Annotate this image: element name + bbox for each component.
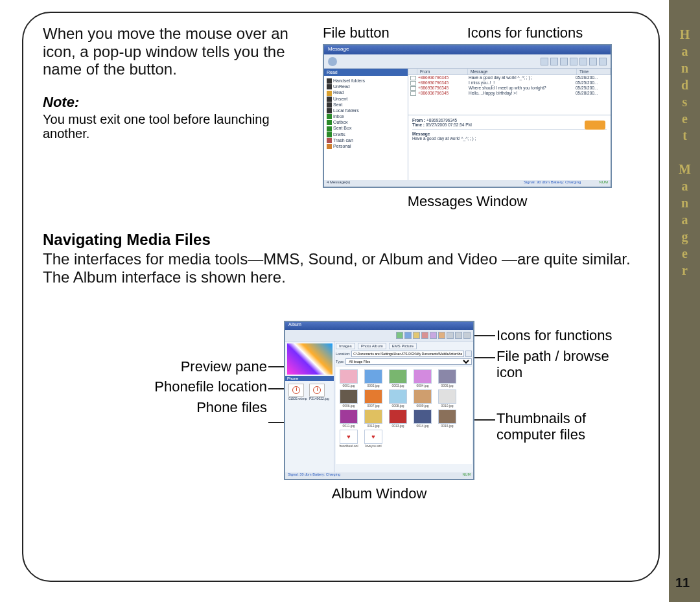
function-icon[interactable] — [550, 58, 558, 65]
callout-file-button: File button — [323, 25, 390, 41]
tab-photo-album[interactable]: Photo Album — [358, 343, 386, 349]
thumbnail[interactable]: ♥loveyou.ani — [363, 430, 384, 448]
page-number: 11 — [669, 575, 696, 590]
tree-item[interactable]: Drafts — [327, 132, 405, 137]
file-button-icon[interactable] — [328, 57, 337, 66]
function-icon[interactable] — [541, 58, 548, 65]
messages-caption: Messages Window — [323, 193, 612, 210]
callout-phone-files: Phone files — [118, 399, 267, 415]
message-preview: From : +886936796345 Time : 05/27/2005 0… — [408, 115, 611, 180]
function-icon[interactable] — [463, 332, 471, 339]
tree-item[interactable]: Unsent — [327, 96, 405, 102]
callout-icons-functions: Icons for functions — [467, 25, 583, 41]
tree-item[interactable]: Personal — [327, 143, 405, 149]
callout-preview-pane: Preview pane — [118, 358, 267, 375]
function-icon[interactable] — [413, 332, 420, 339]
function-icon[interactable] — [438, 332, 445, 339]
type-label: Type: — [336, 360, 344, 364]
thumbnail[interactable]: 0005.jpg — [437, 369, 458, 388]
thumbnail[interactable]: ♥heartbeat.ani — [338, 430, 359, 448]
message-row[interactable]: +886936796345Hello....Happy birthday! >!… — [408, 91, 611, 96]
side-band: Handset Manager — [669, 0, 700, 602]
section-body: The interfaces for media tools—MMS, Soun… — [43, 250, 639, 286]
function-icon[interactable] — [560, 58, 568, 65]
thumbnail-grid[interactable]: 0001.jpg0002.jpg0003.jpg0004.jpg0005.jpg… — [336, 367, 472, 464]
note-body: You must exit one tool before launching … — [43, 112, 309, 141]
function-icon[interactable] — [421, 332, 428, 339]
section-heading: Navigating Media Files — [43, 231, 639, 249]
thumbnail[interactable]: 0003.jpg — [388, 369, 408, 388]
thumbnail[interactable]: 0014.jpg — [412, 410, 433, 428]
thumbnail[interactable]: 0007.jpg — [363, 389, 384, 408]
type-select[interactable]: All Image Files — [345, 358, 472, 365]
reply-button[interactable] — [585, 121, 605, 130]
tree-item[interactable]: Sent — [327, 102, 405, 108]
tree-item[interactable]: Local folders — [327, 108, 405, 113]
function-icon[interactable] — [396, 332, 403, 339]
side-title: Handset Manager — [677, 27, 692, 280]
message-list[interactable]: +886936796345Have a good day at work! ^_… — [408, 75, 611, 115]
function-icon[interactable] — [404, 332, 412, 339]
phone-header[interactable]: Phone — [285, 376, 334, 381]
function-icon[interactable] — [430, 332, 437, 339]
message-row[interactable]: +886936796345I miss you..!_!05/25/200... — [408, 80, 611, 86]
page-frame: When you move the mouse over an icon, a … — [22, 12, 660, 582]
location-input[interactable] — [351, 351, 464, 357]
list-columns: From Message Time — [408, 69, 611, 75]
album-toolbar — [285, 330, 473, 342]
album-caption: Album Window — [284, 485, 474, 502]
msg-toolbar — [324, 54, 611, 69]
album-titlebar: Album — [285, 322, 473, 330]
folder-tree[interactable]: Read Handset foldersUnReadReadUnsentSent… — [324, 69, 408, 180]
callout-thumbnails: Thumbnails of computer files — [496, 410, 639, 443]
tree-item[interactable]: Inbox — [327, 113, 405, 119]
tab-ems-picture[interactable]: EMS Picture — [389, 343, 417, 349]
messages-window: Message Read Handset f — [323, 44, 612, 188]
function-icon[interactable] — [579, 58, 587, 65]
thumbnail[interactable]: 0004.jpg — [412, 369, 433, 388]
album-status-bar: Signal: 30 dbm Battery: ChargingNUM — [285, 472, 473, 479]
function-icon[interactable] — [589, 58, 597, 65]
function-icon[interactable] — [570, 58, 578, 65]
thumbnail[interactable]: 0006.jpg — [338, 389, 359, 408]
thumbnail[interactable]: 0011.jpg — [338, 410, 359, 428]
preview-pane[interactable] — [287, 343, 332, 375]
message-row[interactable]: +886936796345Where should I meet up with… — [408, 86, 611, 91]
message-row[interactable]: +886936796345Have a good day at work! ^_… — [408, 75, 611, 80]
thumbnail[interactable]: 0009.jpg — [412, 389, 433, 408]
tree-item[interactable]: Outbox — [327, 119, 405, 125]
thumbnail[interactable]: 0013.jpg — [388, 410, 408, 428]
function-icon[interactable] — [447, 332, 454, 339]
browse-icon[interactable] — [465, 351, 472, 357]
thumbnail[interactable]: 0015.jpg — [437, 410, 458, 428]
callout-phonefile-location: Phonefile location — [118, 378, 267, 395]
phone-file-thumb[interactable]: P2140022.jpg — [309, 384, 327, 400]
thumbnail[interactable]: 0001.jpg — [338, 369, 359, 388]
location-label: Location: — [336, 352, 350, 356]
function-icon[interactable] — [455, 332, 462, 339]
album-side-pane: Phone 01505.wbmpP2140022.jpg — [285, 342, 334, 472]
tree-header: Read — [324, 69, 408, 76]
callout-icons-functions-2: Icons for functions — [496, 327, 639, 343]
msg-status-bar: 4 Message(s) Signal: 30 dbm Battery: Cha… — [324, 180, 611, 187]
album-area: Preview pane Phonefile location Phone fi… — [43, 309, 639, 516]
tree-item[interactable]: Sent Box — [327, 125, 405, 131]
tree-item[interactable]: UnRead — [327, 84, 405, 89]
tree-item[interactable]: Trash can — [327, 137, 405, 143]
callout-file-path: File path / browse icon — [496, 349, 639, 380]
phone-file-thumb[interactable]: 01505.wbmp — [288, 384, 307, 400]
intro-text: When you move the mouse over an icon, a … — [43, 25, 309, 78]
thumbnail[interactable]: 0008.jpg — [388, 389, 408, 408]
thumbnail[interactable]: 0012.jpg — [363, 410, 384, 428]
thumbnail[interactable]: 0002.jpg — [363, 369, 384, 388]
thumbnail[interactable]: 0010.jpg — [437, 389, 458, 408]
msg-titlebar: Message — [324, 45, 611, 54]
note-heading: Note: — [43, 94, 309, 111]
tree-item[interactable]: Read — [327, 89, 405, 95]
album-window: Album Phone 01505.wbmpP2140022.jpg — [284, 321, 474, 480]
function-icon[interactable] — [599, 58, 607, 65]
tab-images[interactable]: Images — [336, 343, 355, 349]
tree-item[interactable]: Handset folders — [327, 78, 405, 84]
